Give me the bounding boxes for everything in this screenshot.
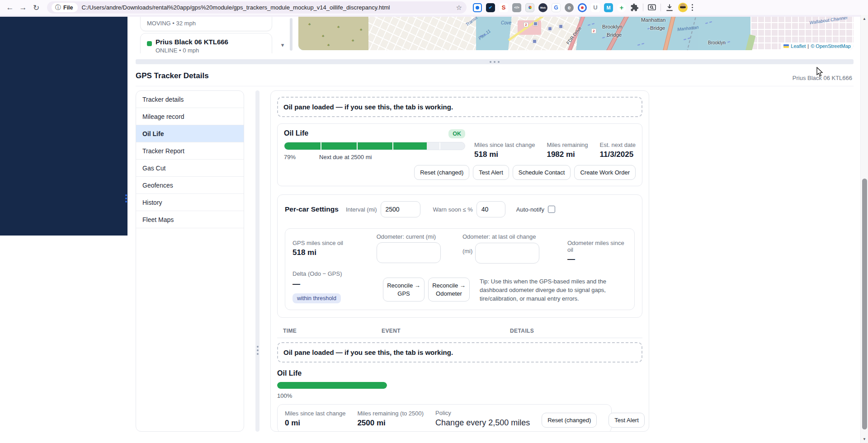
oil-summary-card: Miles since last change 0 mi Miles remai… [277, 404, 612, 432]
next-due-text: Next due at 2500 mi [319, 154, 372, 160]
extensions-puzzle-icon[interactable] [630, 3, 639, 12]
test-alert-button[interactable]: Test Alert [473, 165, 509, 180]
schedule-contact-button[interactable]: Schedule Contact [513, 165, 571, 180]
map-city-blocks [368, 17, 476, 50]
status-badge: OK [448, 129, 465, 138]
events-table-header: TIME EVENT DETAILS [277, 325, 642, 338]
downloads-icon[interactable] [665, 3, 674, 12]
delta-block: Delta (Odo − GPS) — within threshold [292, 270, 383, 303]
create-work-order-button[interactable]: Create Work Order [574, 165, 636, 180]
tree-icon: ♣ [327, 43, 330, 47]
tab-gas-cut[interactable]: Gas Cut [136, 160, 244, 177]
chrome-menu-icon[interactable] [692, 4, 693, 11]
odometer-current-input[interactable] [377, 242, 441, 263]
extension-check-icon[interactable]: ✔ [486, 3, 495, 12]
oil-life-heading: Oil Life [277, 369, 642, 377]
screen-search-icon[interactable] [647, 3, 656, 12]
mouse-cursor [816, 67, 824, 78]
warn-soon-input[interactable] [476, 201, 505, 217]
odometer-last-change-label: Odometer: at last oil change [462, 233, 567, 240]
per-car-settings-card: Per-car Settings Interval (mi) Warn soon… [277, 194, 642, 318]
reconcile-odometer-button[interactable]: Reconcile → Odometer [428, 278, 470, 302]
profile-avatar[interactable] [678, 3, 688, 12]
tab-oil-life[interactable]: Oil Life [136, 125, 244, 142]
reset-button[interactable]: Reset (changed) [414, 165, 469, 180]
test-alert-button[interactable]: Test Alert [609, 413, 644, 428]
map-label-pier: Pier 11 [477, 28, 491, 41]
leaflet-map[interactable]: ♣ ♣ ♣ ♣ ♣ ♣ 2 2 Cove Pier 11 Transit FDR… [298, 17, 854, 50]
oil-life-progressbar [277, 382, 387, 389]
bookmark-star-icon[interactable]: ☆ [456, 4, 462, 12]
extension-picker-icon[interactable] [473, 3, 482, 12]
auto-notify-checkbox[interactable] [548, 206, 555, 213]
oil-life-progressbar [284, 142, 465, 150]
osm-link[interactable]: © OpenStreetMap [811, 43, 851, 49]
vehicle-list-scrollbar[interactable] [290, 18, 292, 51]
browser-scrollbar[interactable]: ▲ ▼ [860, 15, 868, 443]
horizontal-splitter[interactable] [136, 59, 854, 64]
ukraine-flag-icon [783, 44, 789, 48]
vehicle-list: MOVING • 32 mph Prius Black 06 KTL666 ON… [136, 17, 289, 53]
reload-button[interactable]: ↻ [30, 2, 42, 14]
extension-translate-icon[interactable]: G [552, 3, 561, 12]
tab-fleet-maps[interactable]: Fleet Maps [136, 211, 244, 228]
scrollbar-thumb[interactable] [862, 179, 867, 429]
extension-m-icon[interactable]: M [604, 3, 613, 12]
stat-policy: Policy Change every 2,500 miles [435, 410, 530, 428]
tab-history[interactable]: History [136, 194, 244, 211]
interval-input[interactable] [381, 201, 420, 217]
leaflet-link[interactable]: Leaflet [791, 43, 806, 49]
scroll-up-arrow[interactable]: ▲ [863, 17, 866, 21]
tab-geofences[interactable]: Geofences [136, 177, 244, 194]
extension-c-icon[interactable]: e [565, 3, 574, 12]
extension-seo-icon[interactable]: S [499, 3, 508, 12]
back-button[interactable]: ← [4, 2, 16, 14]
stat-miles-remaining: Miles remaining (to 2500) 2500 mi [357, 410, 424, 428]
map-label-brooklyn: Brooklyn [708, 40, 726, 45]
map-label-cove: Cove [501, 20, 511, 25]
reconcile-tip: Tip: Use this when the GPS-based miles a… [480, 278, 627, 303]
stat-est-next-date: Est. next date 11/3/2025 [600, 141, 636, 160]
odometer-reconcile-card: GPS miles since oil 518 mi Odometer: cur… [285, 228, 635, 310]
vertical-splitter[interactable] [255, 90, 259, 432]
tree-icon: ♣ [352, 38, 354, 42]
address-bar[interactable]: ⓘFile C:/Users/andre/Downloads/rental%20… [47, 1, 467, 14]
odometer-last-change-unit: (mi) [462, 248, 472, 264]
extension-code-icon[interactable]: </> [512, 3, 521, 12]
map-marker[interactable] [559, 24, 563, 28]
tree-icon: ♣ [360, 28, 362, 32]
extension-tabs-icon[interactable] [525, 3, 534, 12]
map-marker[interactable] [533, 39, 537, 43]
extension-plus-icon[interactable]: + [617, 3, 626, 12]
reconcile-gps-button[interactable]: Reconcile → GPS [383, 278, 425, 302]
tab-mileage-record[interactable]: Mileage record [136, 108, 244, 125]
panel-resize-grip[interactable] [125, 194, 127, 203]
divider [136, 86, 854, 86]
vehicle-card[interactable]: MOVING • 32 mph [140, 17, 272, 31]
pane-loaded-banner: Oil pane loaded — if you see this, the t… [277, 342, 642, 363]
map-marker[interactable] [548, 27, 552, 31]
vehicle-status: ONLINE • 0 mph [156, 47, 265, 53]
extension-ring-icon[interactable] [578, 3, 587, 12]
online-status-dot [147, 41, 152, 46]
vehicle-status: MOVING • 32 mph [147, 20, 265, 27]
reset-button[interactable]: Reset (changed) [542, 413, 597, 428]
forward-button[interactable]: → [17, 2, 29, 14]
route-shield: 2 [524, 22, 528, 27]
per-car-settings-heading: Per-car Settings [285, 205, 339, 213]
map-marker[interactable] [533, 22, 538, 26]
map-label-manhattan-bridge: Bridge [650, 25, 665, 31]
extension-web-icon[interactable]: Web [538, 3, 547, 12]
extension-u-icon[interactable]: U [591, 3, 600, 12]
page-title: GPS Tracker Details [136, 71, 209, 80]
odometer-last-change-input[interactable] [475, 243, 539, 264]
scroll-down-arrow[interactable]: ▼ [863, 437, 866, 441]
chevron-down-icon[interactable]: ▾ [278, 42, 287, 49]
toolbar-separator [643, 4, 643, 11]
stat-miles-since-change: Miles since last change 0 mi [285, 410, 345, 428]
url-text[interactable]: C:/Users/andre/Downloads/rental%20app/gp… [82, 4, 453, 11]
tab-tracker-report[interactable]: Tracker Report [136, 142, 244, 160]
vehicle-card[interactable]: Prius Black 06 KTL666 ONLINE • 0 mph [140, 33, 272, 53]
stat-miles-remaining: Miles remaining 1982 mi [547, 141, 588, 160]
tab-tracker-details[interactable]: Tracker details [136, 91, 244, 108]
